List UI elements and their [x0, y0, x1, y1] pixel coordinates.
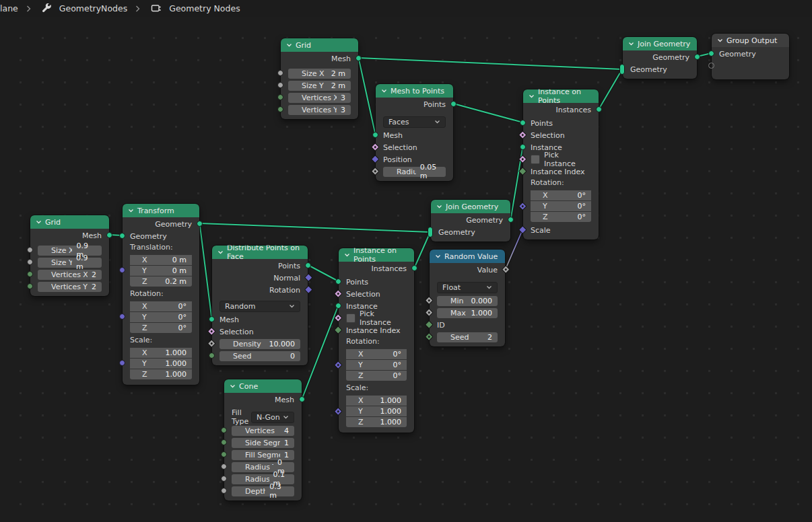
- mesh-to-points-radius-socket[interactable]: [371, 167, 379, 175]
- mesh-to-points-selection-socket[interactable]: [371, 143, 379, 151]
- group-output-geo-in-socket[interactable]: [708, 50, 714, 57]
- distribute-points-socket[interactable]: [305, 262, 311, 268]
- random-value-min-field[interactable]: Min0.000: [437, 296, 498, 306]
- iop-center-rotation-z[interactable]: Z0°: [346, 371, 407, 381]
- random-value-max-socket[interactable]: [425, 308, 433, 316]
- distribute-selection-socket[interactable]: [207, 327, 215, 335]
- transform-scale-z[interactable]: Z1.000: [130, 369, 192, 379]
- node-iop-center[interactable]: Instance on PointsInstancesPointsSelecti…: [339, 248, 414, 433]
- cone-fill-type-dropdown[interactable]: N-Gon: [251, 412, 294, 423]
- distribute-mesh-socket[interactable]: [209, 316, 215, 322]
- transform-geo-in-socket[interactable]: [119, 233, 125, 239]
- join-top-geo-in-socket[interactable]: [619, 64, 625, 75]
- node-transform[interactable]: TransformGeometryGeometryTranslation:X0 …: [123, 204, 199, 385]
- transform-translation-socket[interactable]: [119, 267, 125, 273]
- node-header-iop-top[interactable]: Instance on Points: [523, 89, 599, 103]
- cone-side-segments-field[interactable]: Side Segme1: [232, 438, 294, 448]
- node-iop-top[interactable]: Instance on PointsInstancesPointsSelecti…: [523, 89, 599, 239]
- node-random-value[interactable]: Random ValueValueFloatMin0.000Max1.000ID…: [430, 250, 505, 346]
- node-join-top[interactable]: Join GeometryGeometryGeometry: [623, 37, 697, 79]
- iop-top-rotation-socket[interactable]: [518, 202, 527, 210]
- mesh-to-points-position-socket[interactable]: [371, 155, 379, 163]
- iop-top-selection-socket[interactable]: [518, 130, 527, 139]
- node-header-distribute[interactable]: Distribute Points on Face: [212, 246, 308, 259]
- cone-radius-bottom-socket[interactable]: [221, 476, 227, 482]
- iop-center-scale-z[interactable]: Z1.000: [346, 417, 407, 427]
- breadcrumb-node-tree[interactable]: Geometry Nodes: [169, 3, 240, 13]
- cone-depth-field[interactable]: Depth0.3 m: [232, 486, 294, 496]
- node-distribute[interactable]: Distribute Points on FacePointsNormalRot…: [212, 246, 308, 365]
- random-value-min-socket[interactable]: [425, 296, 433, 304]
- node-header-iop-center[interactable]: Instance on Points: [339, 248, 414, 262]
- distribute-seed-field[interactable]: Seed0: [219, 351, 300, 361]
- iop-center-instance-index-socket[interactable]: [334, 326, 342, 334]
- random-value-value-socket[interactable]: [502, 265, 510, 273]
- transform-rotation-socket[interactable]: [119, 313, 125, 320]
- node-editor-canvas[interactable]: GridMeshSize X2 mSize Y2 mVertices X3Ver…: [0, 0, 812, 522]
- group-output-virtual-socket[interactable]: [708, 63, 714, 69]
- transform-scale-socket[interactable]: [119, 360, 125, 366]
- node-header-transform[interactable]: Transform: [123, 204, 199, 217]
- iop-center-scale-y[interactable]: Y1.000: [346, 406, 407, 416]
- node-header-join-center[interactable]: Join Geometry: [431, 200, 510, 213]
- node-cone[interactable]: ConeMeshFill TypeN-GonVertices4Side Segm…: [224, 379, 302, 500]
- iop-top-instance-socket[interactable]: [520, 144, 526, 150]
- mesh-to-points-points-socket[interactable]: [450, 101, 456, 107]
- node-header-random-value[interactable]: Random Value: [430, 250, 505, 263]
- grid-top-vertices-y-field[interactable]: Vertices Y3: [288, 105, 351, 115]
- iop-top-rotation-z[interactable]: Z0°: [531, 212, 591, 222]
- breadcrumb-modifier[interactable]: GeometryNodes: [59, 3, 127, 13]
- transform-rotation-y[interactable]: Y0°: [130, 312, 192, 322]
- node-header-cone[interactable]: Cone: [224, 379, 302, 393]
- grid-left-vertices-y-field[interactable]: Vertices Y2: [38, 282, 102, 292]
- distribute-normal-socket[interactable]: [304, 273, 312, 281]
- iop-center-points-socket[interactable]: [335, 278, 341, 285]
- random-value-id-socket[interactable]: [425, 320, 433, 328]
- transform-translation-y[interactable]: Y0 m: [130, 266, 192, 276]
- distribute-density-field[interactable]: Density10.000: [219, 339, 300, 349]
- grid-left-size-y-field[interactable]: Size Y0.9 m: [38, 258, 102, 268]
- iop-top-instances-socket[interactable]: [596, 106, 602, 112]
- grid-top-vertices-x-field[interactable]: Vertices X3: [288, 93, 351, 103]
- cone-side-segments-socket[interactable]: [221, 439, 227, 445]
- iop-center-rotation-y[interactable]: Y0°: [346, 360, 407, 370]
- node-header-join-top[interactable]: Join Geometry: [623, 37, 697, 50]
- cone-vertices-socket[interactable]: [221, 427, 227, 433]
- grid-left-vertices-y-socket[interactable]: [27, 283, 33, 289]
- node-header-mesh-to-points[interactable]: Mesh to Points: [376, 84, 453, 98]
- transform-rotation-x[interactable]: X0°: [130, 301, 192, 311]
- join-center-geo-out-socket[interactable]: [508, 217, 514, 223]
- grid-top-size-y-socket[interactable]: [277, 82, 283, 88]
- iop-top-scale-socket[interactable]: [518, 225, 527, 233]
- node-grid-top[interactable]: GridMeshSize X2 mSize Y2 mVertices X3Ver…: [281, 38, 358, 119]
- cone-fill-segments-socket[interactable]: [221, 451, 227, 457]
- distribute-density-socket[interactable]: [207, 339, 215, 347]
- random-value-max-field[interactable]: Max1.000: [437, 308, 498, 318]
- random-value-type-dropdown[interactable]: Float: [437, 282, 498, 293]
- grid-left-vertices-x-socket[interactable]: [27, 271, 33, 277]
- grid-left-size-y-socket[interactable]: [27, 259, 33, 265]
- iop-top-instance-index-socket[interactable]: [518, 167, 527, 175]
- iop-center-selection-socket[interactable]: [334, 289, 342, 297]
- transform-translation-z[interactable]: Z0.2 m: [130, 276, 192, 287]
- grid-top-mesh-socket[interactable]: [356, 55, 362, 61]
- node-group-output[interactable]: Group OutputGeometry: [712, 34, 789, 79]
- transform-scale-y[interactable]: Y1.000: [130, 359, 192, 369]
- join-center-geo-in-socket[interactable]: [428, 227, 433, 237]
- distribute-mode-dropdown[interactable]: Random: [219, 301, 300, 312]
- cone-radius-top-socket[interactable]: [221, 463, 227, 470]
- mesh-to-points-mode-dropdown[interactable]: Faces: [383, 116, 446, 128]
- iop-center-instances-socket[interactable]: [411, 265, 417, 271]
- iop-top-pick-instance-socket[interactable]: [518, 155, 527, 163]
- transform-scale-x[interactable]: X1.000: [130, 348, 192, 358]
- cone-mesh-socket[interactable]: [299, 396, 305, 402]
- node-mesh-to-points[interactable]: Mesh to PointsPointsFacesMeshSelectionPo…: [376, 84, 453, 181]
- random-value-seed-socket[interactable]: [425, 332, 433, 340]
- grid-left-mesh-socket[interactable]: [106, 232, 112, 238]
- node-header-group-output[interactable]: Group Output: [712, 34, 789, 47]
- iop-center-rotation-socket[interactable]: [334, 361, 342, 369]
- grid-top-size-y-field[interactable]: Size Y2 m: [288, 81, 351, 91]
- grid-left-size-x-socket[interactable]: [27, 247, 33, 253]
- node-header-grid-top[interactable]: Grid: [281, 38, 358, 52]
- cone-vertices-field[interactable]: Vertices4: [232, 426, 294, 436]
